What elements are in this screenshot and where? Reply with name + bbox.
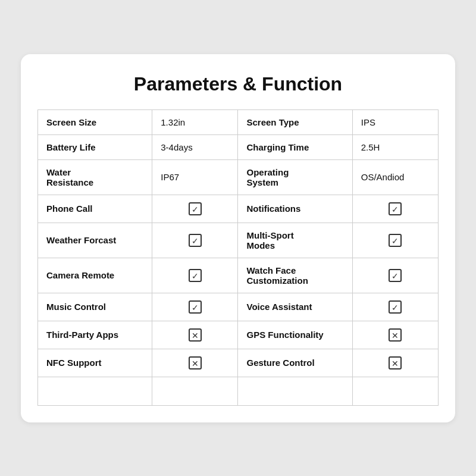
right-label-1: Charging Time: [238, 134, 352, 159]
right-label-4: Multi-Sport Modes: [238, 223, 352, 258]
params-table: Screen Size1.32inScreen TypeIPSBattery L…: [37, 109, 439, 406]
x-icon: ✕: [189, 356, 202, 369]
left-value-5: ✓: [152, 258, 238, 293]
right-label-7: GPS Functionality: [238, 321, 352, 349]
right-value-0: IPS: [352, 109, 438, 134]
table-row: Water ResistanceIP67Operating SystemOS/A…: [38, 159, 439, 195]
table-row: Third-Party Apps✕GPS Functionality✕: [38, 321, 439, 349]
right-label-6: Voice Assistant: [238, 293, 352, 321]
left-value-1: 3-4days: [152, 134, 238, 159]
check-icon: ✓: [189, 300, 202, 314]
left-label-0: Screen Size: [38, 109, 152, 134]
right-value-5: ✓: [352, 258, 438, 293]
right-value-4: ✓: [352, 223, 438, 258]
check-icon: ✓: [189, 202, 202, 215]
right-label-8: Gesture Control: [238, 349, 352, 377]
right-value-1: 2.5H: [352, 134, 438, 159]
left-label-3: Phone Call: [38, 195, 152, 223]
left-label-2: Water Resistance: [38, 159, 152, 195]
check-icon: ✓: [389, 300, 402, 314]
right-label-2: Operating System: [238, 159, 352, 195]
check-icon: ✓: [389, 234, 402, 247]
table-row: Screen Size1.32inScreen TypeIPS: [38, 109, 439, 134]
left-value-7: ✕: [152, 321, 238, 349]
left-label-6: Music Control: [38, 293, 152, 321]
right-value-7: ✕: [352, 321, 438, 349]
table-row: Music Control✓Voice Assistant✓: [38, 293, 439, 321]
left-value-4: ✓: [152, 223, 238, 258]
table-row: Phone Call✓Notifications✓: [38, 195, 439, 223]
x-icon: ✕: [389, 356, 402, 369]
empty-row: [38, 377, 439, 405]
right-label-3: Notifications: [238, 195, 352, 223]
left-label-8: NFC Support: [38, 349, 152, 377]
left-value-8: ✕: [152, 349, 238, 377]
table-row: Weather Forcast✓Multi-Sport Modes✓: [38, 223, 439, 258]
left-label-1: Battery Life: [38, 134, 152, 159]
check-icon: ✓: [389, 269, 402, 282]
left-label-7: Third-Party Apps: [38, 321, 152, 349]
table-row: NFC Support✕Gesture Control✕: [38, 349, 439, 377]
right-value-8: ✕: [352, 349, 438, 377]
check-icon: ✓: [189, 234, 202, 247]
left-value-0: 1.32in: [152, 109, 238, 134]
left-label-4: Weather Forcast: [38, 223, 152, 258]
right-label-5: Watch Face Customization: [238, 258, 352, 293]
table-row: Camera Remote✓Watch Face Customization✓: [38, 258, 439, 293]
right-value-3: ✓: [352, 195, 438, 223]
left-label-5: Camera Remote: [38, 258, 152, 293]
left-value-2: IP67: [152, 159, 238, 195]
check-icon: ✓: [389, 202, 402, 215]
left-value-3: ✓: [152, 195, 238, 223]
x-icon: ✕: [189, 328, 202, 342]
right-value-2: OS/Andiod: [352, 159, 438, 195]
right-value-6: ✓: [352, 293, 438, 321]
card: Parameters & Function Screen Size1.32inS…: [21, 54, 455, 422]
x-icon: ✕: [389, 328, 402, 342]
table-row: Battery Life3-4daysCharging Time2.5H: [38, 134, 439, 159]
right-label-0: Screen Type: [238, 109, 352, 134]
check-icon: ✓: [189, 269, 202, 282]
page-title: Parameters & Function: [37, 73, 439, 95]
left-value-6: ✓: [152, 293, 238, 321]
